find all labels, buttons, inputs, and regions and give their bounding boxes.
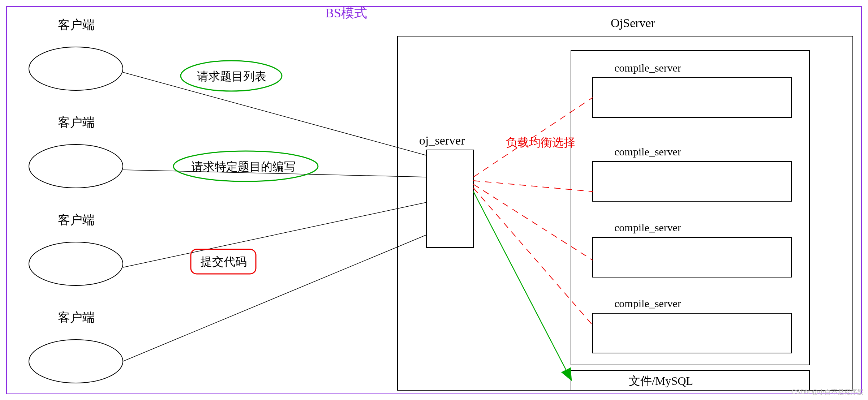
client-ellipse-2: [29, 145, 123, 188]
compile-label-1: compile_server: [614, 62, 681, 74]
outer-frame: [7, 7, 861, 394]
server-group-box: [398, 36, 853, 390]
oj-server-label: oj_server: [419, 134, 465, 147]
compile-box-4: [593, 313, 791, 353]
compile-box-3: [593, 237, 791, 277]
compile-label-3: compile_server: [614, 221, 681, 233]
compile-label-2: compile_server: [614, 146, 681, 158]
storage-label: 文件/MySQL: [629, 374, 693, 387]
lb-label: 负载均衡选择: [506, 136, 575, 149]
client-ellipse-4: [29, 340, 123, 383]
edge-label-1: 请求题目列表: [197, 70, 266, 83]
lb-edge-4: [473, 188, 593, 325]
client-label-1: 客户端: [58, 18, 95, 31]
edge-label-2: 请求特定题目的编写: [192, 160, 296, 173]
server-group-title: OjServer: [611, 16, 655, 30]
watermark: CSDN @小白不是程序媛: [791, 388, 864, 396]
lb-edge-2: [473, 181, 593, 192]
edge-client1-ojserver: [123, 72, 426, 155]
edge-client3-ojserver: [123, 202, 426, 267]
client-label-4: 客户端: [58, 311, 95, 324]
compile-box-1: [593, 78, 791, 117]
edge-client4-ojserver: [123, 235, 426, 361]
client-ellipse-3: [29, 242, 123, 285]
compile-cluster-box: [571, 51, 809, 365]
lb-edge-3: [473, 184, 593, 260]
client-label-3: 客户端: [58, 213, 95, 227]
client-ellipse-1: [29, 47, 123, 90]
storage-edge: [473, 192, 571, 379]
compile-label-4: compile_server: [614, 297, 681, 309]
client-label-2: 客户端: [58, 116, 95, 129]
diagram-title: BS模式: [325, 6, 367, 20]
edge-label-3: 提交代码: [201, 255, 247, 268]
diagram-stage: { "title": "BS模式", "clients": { "label":…: [0, 0, 868, 400]
compile-box-2: [593, 162, 791, 201]
diagram-svg: BS模式 客户端 客户端 客户端 客户端 请求题目列表 请求特定题目的编写 提交…: [0, 0, 868, 400]
oj-server-box: [426, 150, 473, 248]
